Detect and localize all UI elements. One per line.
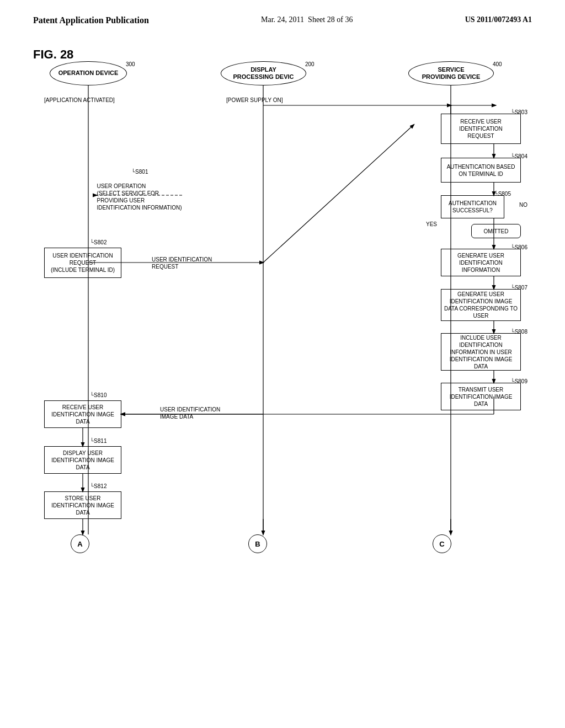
conn-b: B bbox=[248, 534, 267, 553]
s801-text: USER OPERATION (SELECT SERVICE FOR PROVI… bbox=[97, 179, 182, 215]
svg-line-20 bbox=[263, 125, 414, 263]
dp-device-ref: 200 bbox=[305, 61, 315, 67]
s802-label: └S802 bbox=[90, 239, 106, 245]
s807-box: GENERATE USER IDENTIFICATION IMAGE DATA … bbox=[441, 289, 521, 321]
uid-image-label: USER IDENTIFICATION IMAGE DATA bbox=[160, 406, 220, 420]
s812-label: └S812 bbox=[90, 483, 106, 489]
header-center: Mar. 24, 2011 Sheet 28 of 36 bbox=[261, 15, 353, 24]
conn-a: A bbox=[71, 534, 89, 553]
header-right: US 2011/0072493 A1 bbox=[465, 15, 532, 24]
s805-label: └S805 bbox=[494, 191, 511, 197]
conn-c: C bbox=[433, 534, 451, 553]
fig-label: FIG. 28 bbox=[33, 47, 73, 62]
page-header: Patent Application Publication Mar. 24, … bbox=[0, 0, 565, 25]
s803-box: RECEIVE USER IDENTIFICATION REQUEST bbox=[441, 114, 521, 144]
sv-device-ref: 400 bbox=[493, 61, 502, 67]
yes-label: YES bbox=[426, 221, 437, 227]
s802-left-box: USER IDENTIFICATION REQUEST (INCLUDE TER… bbox=[44, 248, 121, 278]
s809-box: TRANSMIT USER IDENTIFICATION IMAGE DATA bbox=[441, 383, 521, 410]
s810-box: RECEIVE USER IDENTIFICATION IMAGE DATA bbox=[44, 400, 121, 428]
s810-label: └S810 bbox=[90, 392, 106, 398]
s808-box: INCLUDE USER IDENTIFICATION INFORMATION … bbox=[441, 333, 521, 371]
s805-box: AUTHENTICATION SUCCESSFUL? bbox=[441, 195, 504, 218]
s806-box: GENERATE USER IDENTIFICATION INFORMATION bbox=[441, 249, 521, 276]
s809-label: └S809 bbox=[511, 378, 527, 384]
s802-right-label: USER IDENTIFICATION REQUEST bbox=[152, 256, 212, 270]
power-on-label: [POWER SUPPLY ON] bbox=[226, 97, 282, 103]
s812-box: STORE USER IDENTIFICATION IMAGE DATA bbox=[44, 491, 121, 519]
sv-device-oval: SERVICE PROVIDING DEVICE bbox=[408, 61, 494, 85]
omitted-box: OMITTED bbox=[471, 224, 521, 238]
s808-label: └S808 bbox=[511, 329, 527, 335]
s804-label: └S804 bbox=[511, 153, 527, 159]
header-left: Patent Application Publication bbox=[33, 15, 149, 25]
s807-label: └S807 bbox=[511, 285, 527, 291]
diagram-area: FIG. 28 OPERATION DEVICE 300 DISPLAY PRO… bbox=[33, 42, 532, 676]
s806-label: └S806 bbox=[511, 244, 527, 250]
s803-label: └S803 bbox=[511, 109, 527, 115]
op-device-ref: 300 bbox=[126, 61, 135, 67]
s811-box: DISPLAY USER IDENTIFICATION IMAGE DATA bbox=[44, 446, 121, 474]
dp-device-oval: DISPLAY PROCESSING DEVIC bbox=[221, 61, 306, 85]
no-label: NO bbox=[519, 202, 527, 208]
s801-label: └S801 bbox=[131, 169, 148, 175]
op-device-oval: OPERATION DEVICE bbox=[50, 61, 127, 85]
s804-box: AUTHENTICATION BASED ON TERMINAL ID bbox=[441, 158, 521, 183]
app-activated-label: [APPLICATION ACTIVATED] bbox=[44, 97, 115, 103]
s811-label: └S811 bbox=[90, 438, 106, 444]
